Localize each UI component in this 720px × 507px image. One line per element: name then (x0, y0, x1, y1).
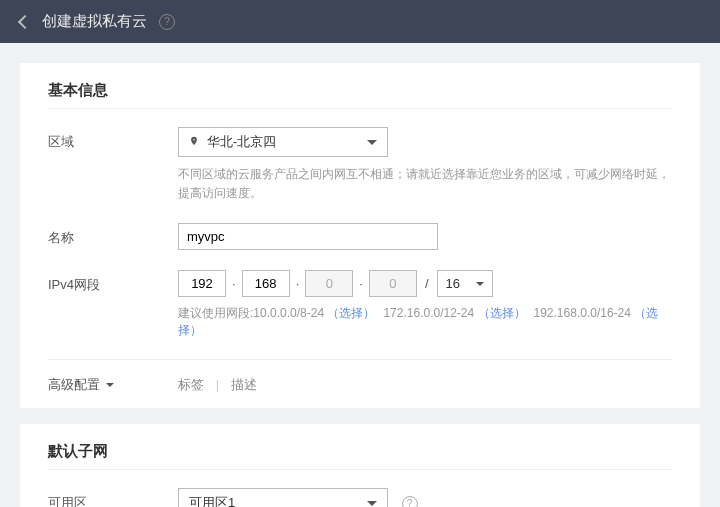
subnet-section-title: 默认子网 (48, 442, 672, 470)
advanced-tag: 标签 (178, 377, 204, 392)
ipv4-range1-link[interactable]: （选择） (478, 306, 526, 320)
ipv4-dot1: · (232, 276, 236, 291)
ipv4-octet2[interactable] (242, 270, 290, 297)
subnet-panel: 默认子网 可用区 可用区1 ? 名称 (20, 424, 700, 507)
ipv4-hint-prefix: 建议使用网段: (178, 306, 253, 320)
advanced-desc: 描述 (231, 377, 257, 392)
ipv4-cidr-value: 16 (446, 276, 460, 291)
location-pin-icon (189, 134, 203, 149)
ipv4-hint: 建议使用网段:10.0.0.0/8-24 （选择）172.16.0.0/12-2… (178, 305, 672, 339)
row-name: 名称 (48, 223, 672, 250)
advanced-items: 标签 | 描述 (178, 376, 257, 394)
help-icon[interactable]: ? (159, 14, 175, 30)
ipv4-dot3: · (359, 276, 363, 291)
region-value: 华北-北京四 (189, 133, 276, 151)
ipv4-octet4 (369, 270, 417, 297)
content: 基本信息 区域 华北-北京四 不同区域的云服务产品之间内网互不相通；请就近选择靠… (0, 43, 720, 507)
region-select[interactable]: 华北-北京四 (178, 127, 388, 157)
ipv4-range0: 10.0.0.0/8-24 (253, 306, 324, 320)
ipv4-octet1[interactable] (178, 270, 226, 297)
chevron-down-icon (476, 282, 484, 286)
advanced-sep: | (216, 377, 219, 392)
back-icon[interactable] (18, 14, 32, 28)
ipv4-cidr-select[interactable]: 16 (437, 270, 493, 297)
az-label: 可用区 (48, 488, 178, 507)
ipv4-label: IPv4网段 (48, 270, 178, 294)
page-header: 创建虚拟私有云 ? (0, 0, 720, 43)
ipv4-range1: 172.16.0.0/12-24 (383, 306, 474, 320)
name-input[interactable] (178, 223, 438, 250)
chevron-down-icon (106, 383, 114, 387)
row-advanced: 高级配置 标签 | 描述 (48, 359, 672, 394)
page-title: 创建虚拟私有云 (42, 12, 147, 31)
name-control (178, 223, 672, 250)
chevron-down-icon (367, 140, 377, 145)
advanced-label: 高级配置 (48, 376, 100, 394)
region-control: 华北-北京四 不同区域的云服务产品之间内网互不相通；请就近选择靠近您业务的区域，… (178, 127, 672, 203)
row-ipv4: IPv4网段 · · · / 16 建议使用网段: (48, 270, 672, 339)
chevron-down-icon (367, 501, 377, 506)
row-az: 可用区 可用区1 ? (48, 488, 672, 507)
az-value: 可用区1 (189, 494, 235, 507)
ipv4-octet3 (305, 270, 353, 297)
basic-section-title: 基本信息 (48, 81, 672, 109)
region-hint: 不同区域的云服务产品之间内网互不相通；请就近选择靠近您业务的区域，可减少网络时延… (178, 165, 672, 203)
ipv4-slash: / (425, 276, 429, 291)
ipv4-range2: 192.168.0.0/16-24 (534, 306, 631, 320)
ipv4-range0-link[interactable]: （选择） (327, 306, 375, 320)
row-region: 区域 华北-北京四 不同区域的云服务产品之间内网互不相通；请就近选择靠近您业务的… (48, 127, 672, 203)
az-help-icon[interactable]: ? (402, 496, 418, 507)
az-select[interactable]: 可用区1 (178, 488, 388, 507)
region-text: 华北-北京四 (207, 134, 276, 149)
az-control: 可用区1 ? (178, 488, 672, 507)
name-label: 名称 (48, 223, 178, 247)
ipv4-control: · · · / 16 建议使用网段:10.0.0.0/8-24 （选择）172.… (178, 270, 672, 339)
advanced-toggle[interactable]: 高级配置 (48, 376, 178, 394)
ipv4-dot2: · (296, 276, 300, 291)
basic-panel: 基本信息 区域 华北-北京四 不同区域的云服务产品之间内网互不相通；请就近选择靠… (20, 63, 700, 408)
ipv4-input-group: · · · / 16 (178, 270, 672, 297)
region-label: 区域 (48, 127, 178, 151)
